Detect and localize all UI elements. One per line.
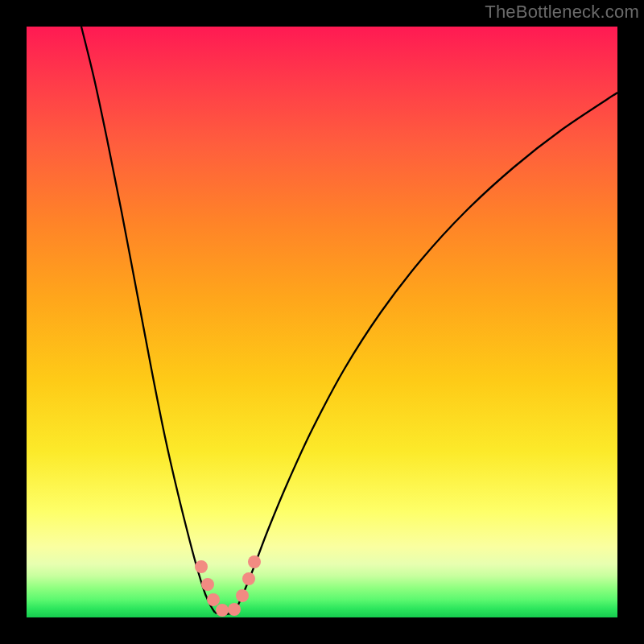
chart-frame: TheBottleneck.com (0, 0, 644, 644)
data-marker (195, 560, 208, 573)
data-marker (236, 589, 249, 602)
watermark-text: TheBottleneck.com (485, 2, 639, 23)
data-marker (201, 578, 214, 591)
chart-plot-area (27, 27, 617, 617)
series-group (81, 27, 617, 614)
marker-group (195, 555, 261, 617)
data-marker (228, 603, 241, 616)
data-marker (207, 593, 220, 606)
chart-svg (27, 27, 617, 617)
series-left-branch (81, 27, 215, 613)
data-marker (216, 604, 229, 617)
data-marker (248, 555, 261, 568)
data-marker (242, 572, 255, 585)
series-right-branch (234, 93, 617, 613)
